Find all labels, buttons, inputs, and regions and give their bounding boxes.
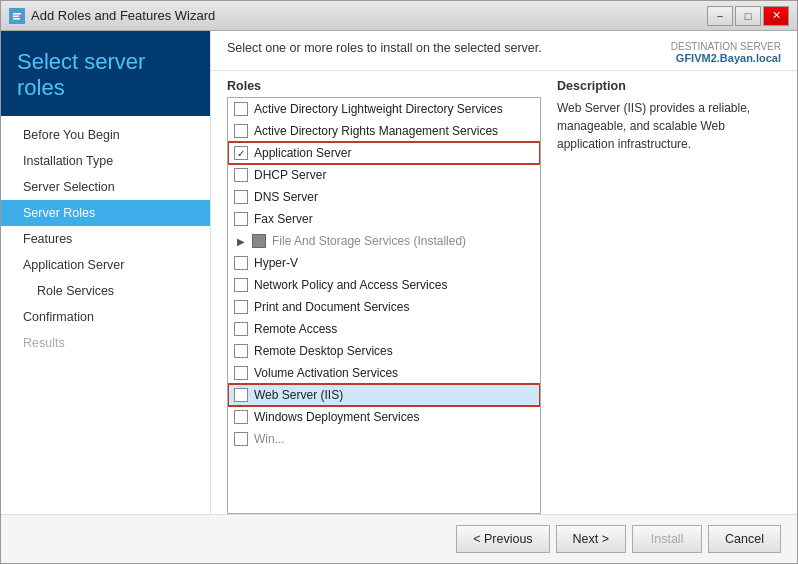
role-label: File And Storage Services (Installed) [272, 234, 466, 248]
window-title: Add Roles and Features Wizard [31, 8, 215, 23]
role-label: Volume Activation Services [254, 366, 398, 380]
content-area: Roles Active Directory Lightweight Direc… [211, 71, 797, 514]
role-checkbox[interactable] [234, 432, 248, 446]
instruction-text: Select one or more roles to install on t… [227, 41, 542, 55]
page-title-area: Select server roles [1, 31, 210, 116]
svg-rect-2 [13, 15, 19, 17]
role-checkbox[interactable] [234, 300, 248, 314]
window-controls: − □ ✕ [707, 6, 789, 26]
footer: < Previous Next > Install Cancel [1, 514, 797, 563]
role-label: Active Directory Lightweight Directory S… [254, 102, 503, 116]
role-checkbox[interactable] [234, 366, 248, 380]
page-title: Select server roles [17, 49, 194, 102]
list-item[interactable]: Active Directory Lightweight Directory S… [228, 98, 540, 120]
right-panel: Select one or more roles to install on t… [211, 31, 797, 514]
role-label: DNS Server [254, 190, 318, 204]
role-checkbox[interactable] [252, 234, 266, 248]
list-item[interactable]: Fax Server [228, 208, 540, 230]
role-checkbox[interactable] [234, 124, 248, 138]
wizard-icon [9, 8, 25, 24]
close-button[interactable]: ✕ [763, 6, 789, 26]
role-checkbox[interactable] [234, 190, 248, 204]
roles-list-container[interactable]: Active Directory Lightweight Directory S… [227, 97, 541, 514]
description-header: Description [557, 79, 781, 93]
cancel-button[interactable]: Cancel [708, 525, 781, 553]
svg-rect-3 [13, 18, 20, 20]
right-header: Select one or more roles to install on t… [211, 31, 797, 71]
list-item-web-server[interactable]: Web Server (IIS) [228, 384, 540, 406]
nav-items: Before You Begin Installation Type Serve… [1, 116, 210, 514]
role-checkbox[interactable] [234, 322, 248, 336]
role-checkbox[interactable] [234, 102, 248, 116]
list-item[interactable]: Win... [228, 428, 540, 450]
role-checkbox[interactable] [234, 256, 248, 270]
role-checkbox[interactable] [234, 410, 248, 424]
sidebar-item-server-selection[interactable]: Server Selection [1, 174, 210, 200]
roles-header: Roles [227, 79, 541, 93]
sidebar-item-confirmation[interactable]: Confirmation [1, 304, 210, 330]
minimize-button[interactable]: − [707, 6, 733, 26]
role-label: Win... [254, 432, 285, 446]
role-label: Web Server (IIS) [254, 388, 343, 402]
sidebar-item-server-roles[interactable]: Server Roles [1, 200, 210, 226]
install-button[interactable]: Install [632, 525, 702, 553]
sidebar-item-results[interactable]: Results [1, 330, 210, 356]
role-checkbox-app-server[interactable] [234, 146, 248, 160]
roles-section: Roles Active Directory Lightweight Direc… [211, 79, 541, 514]
previous-button[interactable]: < Previous [456, 525, 549, 553]
title-bar: Add Roles and Features Wizard − □ ✕ [1, 1, 797, 31]
sidebar-item-before-you-begin[interactable]: Before You Begin [1, 122, 210, 148]
destination-info: DESTINATION SERVER GFIVM2.Bayan.local [671, 41, 781, 64]
sidebar-item-installation-type[interactable]: Installation Type [1, 148, 210, 174]
list-item[interactable]: DHCP Server [228, 164, 540, 186]
description-section: Description Web Server (IIS) provides a … [541, 79, 797, 514]
list-item[interactable]: ▶ File And Storage Services (Installed) [228, 230, 540, 252]
list-item[interactable]: DNS Server [228, 186, 540, 208]
main-content: Select server roles Before You Begin Ins… [1, 31, 797, 514]
role-label: Network Policy and Access Services [254, 278, 447, 292]
left-panel: Select server roles Before You Begin Ins… [1, 31, 211, 514]
role-label: Fax Server [254, 212, 313, 226]
destination-label: DESTINATION SERVER [671, 41, 781, 52]
list-item-application-server[interactable]: Application Server [228, 142, 540, 164]
list-item[interactable]: Network Policy and Access Services [228, 274, 540, 296]
role-checkbox[interactable] [234, 168, 248, 182]
sidebar-item-application-server[interactable]: Application Server [1, 252, 210, 278]
expand-icon[interactable]: ▶ [234, 234, 248, 248]
wizard-window: Add Roles and Features Wizard − □ ✕ Sele… [0, 0, 798, 564]
role-label: Hyper-V [254, 256, 298, 270]
role-label: Windows Deployment Services [254, 410, 419, 424]
role-label: Print and Document Services [254, 300, 409, 314]
maximize-button[interactable]: □ [735, 6, 761, 26]
list-item[interactable]: Remote Access [228, 318, 540, 340]
role-label: Remote Desktop Services [254, 344, 393, 358]
list-item[interactable]: Remote Desktop Services [228, 340, 540, 362]
title-bar-left: Add Roles and Features Wizard [9, 8, 215, 24]
list-item[interactable]: Active Directory Rights Management Servi… [228, 120, 540, 142]
list-item[interactable]: Windows Deployment Services [228, 406, 540, 428]
role-label: Remote Access [254, 322, 337, 336]
destination-server: GFIVM2.Bayan.local [671, 52, 781, 64]
list-item[interactable]: Print and Document Services [228, 296, 540, 318]
roles-list: Active Directory Lightweight Directory S… [228, 98, 540, 450]
role-checkbox[interactable] [234, 344, 248, 358]
next-button[interactable]: Next > [556, 525, 626, 553]
role-label: DHCP Server [254, 168, 326, 182]
list-item[interactable]: Volume Activation Services [228, 362, 540, 384]
role-label: Application Server [254, 146, 351, 160]
svg-rect-1 [13, 13, 21, 15]
role-checkbox-web-server[interactable] [234, 388, 248, 402]
sidebar-item-features[interactable]: Features [1, 226, 210, 252]
sidebar-item-role-services[interactable]: Role Services [1, 278, 210, 304]
role-checkbox[interactable] [234, 212, 248, 226]
description-text: Web Server (IIS) provides a reliable, ma… [557, 99, 781, 153]
list-item[interactable]: Hyper-V [228, 252, 540, 274]
role-checkbox[interactable] [234, 278, 248, 292]
role-label: Active Directory Rights Management Servi… [254, 124, 498, 138]
